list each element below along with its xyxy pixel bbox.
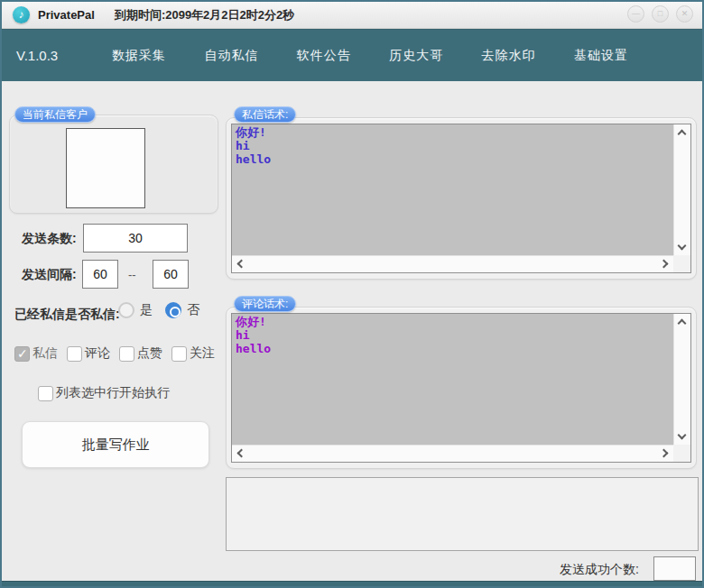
current-client-badge: 当前私信客户	[14, 106, 96, 123]
client-avatar-placeholder	[66, 128, 145, 208]
comment-scripts-textarea[interactable]: 你好! hi hello	[232, 314, 673, 445]
bottom-accent-strip	[2, 581, 702, 586]
scroll-down-icon[interactable]	[678, 242, 687, 251]
nav-item-announcements[interactable]: 软件公告	[297, 48, 351, 64]
comment-line: 你好!	[236, 315, 670, 328]
radio-option-no[interactable]: 否	[165, 302, 199, 318]
checkbox-comment[interactable]	[67, 346, 82, 362]
minimize-button[interactable]: —	[627, 5, 644, 23]
checkbox-like[interactable]	[119, 346, 134, 362]
window-controls: — □ ✕	[627, 5, 693, 23]
log-box[interactable]	[226, 477, 699, 551]
scroll-up-icon[interactable]	[678, 130, 687, 139]
checkbox-list-row-label: 列表选中行开始执行	[56, 385, 170, 401]
send-interval-min-input[interactable]: 60	[82, 260, 118, 289]
nav-menu: 数据采集 自动私信 软件公告 历史大哥 去除水印 基础设置	[112, 30, 628, 82]
radio-yes-label: 是	[140, 302, 153, 318]
current-client-groupbox	[9, 115, 218, 214]
send-interval-label: 发送间隔:	[22, 267, 77, 283]
send-count-label: 发送条数:	[22, 231, 77, 247]
dm-scripts-badge: 私信话术:	[234, 106, 296, 123]
scroll-down-icon[interactable]	[678, 431, 687, 440]
success-count-label: 发送成功个数:	[560, 562, 639, 578]
dm-scripts-textarea[interactable]: 你好! hi hello	[232, 124, 673, 255]
comment-horizontal-scrollbar[interactable]	[232, 445, 673, 462]
nav-item-data-collection[interactable]: 数据采集	[112, 48, 166, 64]
radio-no-icon[interactable]	[165, 302, 181, 318]
checkbox-comment-label: 评论	[85, 345, 110, 362]
comment-line: hi	[236, 328, 670, 342]
batch-write-button[interactable]: 批量写作业	[22, 421, 209, 468]
scroll-left-icon[interactable]	[237, 260, 246, 269]
success-count-value	[653, 556, 696, 581]
scrollbar-corner	[673, 255, 690, 272]
title-bar: ♪ PrivatePal 到期时间:2099年2月2日2时2分2秒 — □ ✕	[2, 2, 702, 29]
checkbox-dm[interactable]	[14, 346, 30, 362]
radio-no-label: 否	[187, 302, 199, 318]
dm-line: hello	[236, 152, 670, 166]
main-content: 当前私信客户 发送条数: 30 发送间隔: 60 -- 60 已经私信是否私信:…	[2, 81, 702, 581]
comment-line: hello	[236, 342, 670, 355]
checkbox-list-row[interactable]	[38, 386, 53, 401]
maximize-button[interactable]: □	[652, 5, 669, 23]
scroll-left-icon[interactable]	[237, 449, 246, 458]
app-window: ♪ PrivatePal 到期时间:2099年2月2日2时2分2秒 — □ ✕ …	[0, 0, 704, 588]
radio-yes-icon[interactable]	[118, 302, 134, 318]
dm-line: 你好!	[236, 125, 670, 139]
scroll-right-icon[interactable]	[660, 449, 669, 458]
comment-vertical-scrollbar[interactable]	[673, 314, 690, 445]
dm-scripts-frame: 你好! hi hello	[231, 124, 691, 273]
action-checkbox-row: 私信 评论 点赞 关注	[14, 345, 224, 362]
comment-scripts-groupbox: 你好! hi hello	[226, 307, 697, 469]
scrollbar-corner	[673, 445, 690, 462]
comment-scripts-frame: 你好! hi hello	[231, 313, 691, 463]
checkbox-follow[interactable]	[171, 346, 187, 362]
list-row-option[interactable]: 列表选中行开始执行	[38, 385, 179, 401]
send-count-input[interactable]: 30	[83, 224, 188, 253]
close-button[interactable]: ✕	[676, 5, 693, 23]
comment-scripts-badge: 评论话术:	[234, 296, 296, 312]
app-logo-music-note-icon: ♪	[13, 6, 30, 23]
app-title: PrivatePal	[38, 8, 95, 22]
dm-horizontal-scrollbar[interactable]	[232, 255, 673, 272]
nav-item-auto-dm[interactable]: 自动私信	[204, 48, 258, 64]
radio-option-yes[interactable]: 是	[118, 302, 153, 318]
dm-line: hi	[236, 139, 670, 152]
nav-item-history[interactable]: 历史大哥	[389, 48, 443, 64]
interval-separator: --	[128, 268, 136, 281]
nav-item-watermark-removal[interactable]: 去除水印	[482, 48, 536, 64]
nav-item-basic-settings[interactable]: 基础设置	[574, 48, 628, 64]
checkbox-like-label: 点赞	[137, 345, 162, 362]
checkbox-follow-label: 关注	[190, 345, 215, 362]
dm-vertical-scrollbar[interactable]	[673, 124, 690, 255]
dm-scripts-groupbox: 你好! hi hello	[226, 117, 697, 280]
scroll-up-icon[interactable]	[678, 319, 687, 328]
version-label: V.1.0.3	[16, 48, 58, 63]
checkbox-dm-label: 私信	[32, 345, 58, 362]
send-interval-max-input[interactable]: 60	[153, 260, 189, 289]
scroll-right-icon[interactable]	[660, 260, 669, 269]
nav-bar: V.1.0.3 数据采集 自动私信 软件公告 历史大哥 去除水印 基础设置	[2, 29, 702, 81]
expiry-time-text: 到期时间:2099年2月2日2时2分2秒	[115, 7, 294, 23]
already-messaged-label: 已经私信是否私信:	[14, 307, 120, 323]
